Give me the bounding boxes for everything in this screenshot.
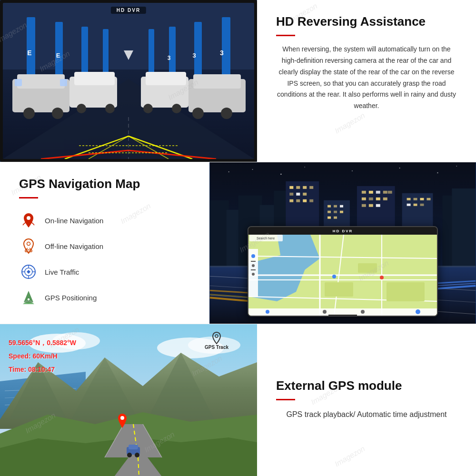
section-external-gps: 59.5656°N，0.5882°W Speed: 60Km/H Time: 0… — [0, 324, 476, 476]
svg-rect-142 — [251, 261, 256, 262]
svg-rect-133 — [325, 282, 353, 297]
gps-track-image: 59.5656°N，0.5882°W Speed: 60Km/H Time: 0… — [0, 324, 257, 476]
svg-rect-74 — [309, 186, 313, 189]
gps-positioning-icon — [19, 288, 38, 307]
svg-point-60 — [399, 168, 400, 169]
svg-text:Search here: Search here — [257, 237, 275, 240]
svg-point-23 — [192, 108, 204, 119]
online-nav-label: On-line Navigation — [45, 217, 103, 225]
svg-rect-100 — [383, 198, 387, 200]
svg-rect-98 — [369, 198, 373, 200]
svg-text:3: 3 — [168, 55, 171, 61]
svg-rect-108 — [426, 198, 430, 200]
svg-point-177 — [120, 416, 124, 420]
svg-rect-88 — [340, 211, 343, 213]
svg-rect-111 — [420, 204, 424, 206]
feature-live-traffic: Live Traffic — [19, 262, 190, 281]
svg-point-57 — [280, 174, 281, 175]
svg-rect-105 — [407, 198, 411, 200]
svg-point-59 — [352, 170, 353, 171]
svg-rect-89 — [327, 217, 331, 219]
svg-point-24 — [221, 108, 232, 119]
svg-point-141 — [251, 254, 255, 258]
reversing-text-panel: HD Reversing Assistance When reversing, … — [257, 0, 476, 162]
location-pin — [117, 414, 128, 430]
title-divider — [276, 35, 295, 36]
svg-rect-18 — [74, 72, 115, 85]
svg-point-176 — [215, 335, 218, 337]
svg-rect-77 — [303, 193, 307, 196]
live-traffic-label: Live Traffic — [45, 268, 79, 276]
svg-point-62 — [456, 166, 457, 167]
svg-point-149 — [361, 310, 365, 314]
svg-rect-83 — [327, 205, 331, 208]
gps-coordinates: 59.5656°N，0.5882°W Speed: 60Km/H Time: 0… — [9, 336, 76, 376]
svg-rect-134 — [358, 263, 377, 273]
svg-point-20 — [105, 104, 115, 113]
svg-text:E: E — [56, 52, 60, 59]
gps-module-divider — [276, 399, 295, 400]
gps-pos-label: GPS Positioning — [45, 294, 97, 302]
svg-rect-93 — [369, 191, 373, 194]
online-nav-icon — [19, 211, 38, 230]
svg-point-55 — [228, 171, 229, 172]
svg-rect-106 — [414, 198, 417, 200]
external-gps-text-panel: External GPS module GPS track playback/ … — [257, 324, 476, 476]
svg-rect-22 — [193, 74, 241, 89]
svg-point-138 — [332, 275, 336, 278]
svg-rect-84 — [334, 205, 337, 208]
gps-text-panel: GPS Navigation Map On-line Navigation — [0, 162, 209, 324]
svg-rect-135 — [387, 282, 425, 301]
svg-rect-14 — [60, 79, 67, 86]
svg-rect-95 — [383, 191, 387, 194]
feature-offline-nav: Off-line Navigation — [19, 237, 190, 256]
gps-title-divider — [19, 197, 38, 198]
svg-point-147 — [266, 310, 269, 314]
svg-rect-81 — [309, 199, 313, 202]
reversing-camera-image: HD DVR — [0, 0, 257, 162]
gps-features-list: On-line Navigation Off-line Navigation — [19, 211, 190, 307]
svg-rect-73 — [303, 186, 307, 189]
svg-rect-80 — [303, 199, 307, 202]
svg-rect-102 — [369, 204, 373, 207]
reversing-description: When reversing, the system will automati… — [276, 44, 457, 112]
svg-rect-103 — [376, 204, 380, 207]
svg-rect-85 — [340, 205, 343, 208]
svg-rect-94 — [376, 191, 380, 194]
svg-point-16 — [52, 108, 63, 119]
svg-rect-79 — [296, 199, 300, 202]
svg-rect-96 — [388, 191, 392, 194]
feature-online-nav: On-line Navigation — [19, 211, 190, 230]
svg-point-58 — [304, 167, 305, 168]
external-gps-title: External GPS module — [276, 378, 457, 393]
svg-rect-109 — [407, 204, 411, 206]
reversing-title: HD Reversing Assistance — [276, 14, 457, 29]
svg-point-45 — [27, 242, 30, 246]
svg-rect-72 — [296, 186, 300, 189]
svg-point-53 — [27, 298, 30, 301]
svg-point-27 — [143, 104, 153, 113]
svg-rect-26 — [146, 72, 186, 85]
gps-track-label: GPS Track — [205, 331, 228, 350]
svg-rect-86 — [327, 211, 331, 213]
gps-title: GPS Navigation Map — [19, 177, 190, 191]
svg-rect-71 — [289, 186, 293, 189]
svg-point-174 — [127, 453, 132, 457]
live-traffic-icon — [19, 262, 38, 281]
svg-point-150 — [416, 309, 420, 314]
feature-gps-pos: GPS Positioning — [19, 288, 190, 307]
svg-rect-46 — [25, 250, 32, 252]
svg-point-143 — [252, 264, 255, 267]
svg-rect-87 — [334, 211, 337, 213]
svg-rect-90 — [334, 217, 337, 219]
map-device: HD DVR — [248, 226, 438, 317]
section-hd-reversing: HD DVR — [0, 0, 476, 162]
svg-point-19 — [77, 104, 86, 113]
svg-rect-78 — [289, 199, 293, 202]
svg-rect-97 — [362, 198, 366, 200]
svg-point-175 — [135, 453, 139, 457]
svg-rect-110 — [414, 204, 417, 206]
svg-rect-144 — [251, 269, 256, 270]
svg-point-148 — [323, 310, 327, 314]
svg-text:3: 3 — [220, 49, 224, 57]
